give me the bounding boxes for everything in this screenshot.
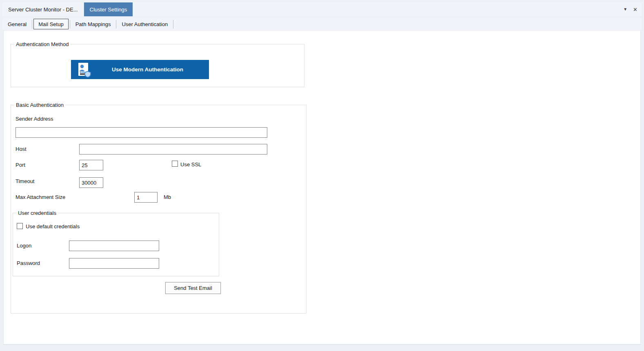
doc-tab-cluster-settings[interactable]: Cluster Settings [84, 2, 133, 16]
tab-separator [32, 20, 32, 29]
group-label: User credentials [16, 210, 58, 216]
max-attachment-size-input[interactable] [134, 192, 158, 203]
password-label: Password [17, 260, 40, 266]
use-ssl-checkbox[interactable] [172, 161, 178, 167]
mail-setup-panel: Authentication Method Use Modern Authent… [3, 30, 641, 344]
use-default-credentials-checkbox[interactable] [17, 223, 23, 229]
timeout-input[interactable] [79, 177, 103, 188]
group-label: Basic Authentication [14, 102, 65, 108]
button-label: Use Modern Authentication [92, 66, 209, 73]
settings-tabstrip: General Mail Setup Path Mappings User Au… [2, 18, 642, 30]
tab-general[interactable]: General [2, 18, 32, 30]
tabstrip-controls: ▼ ✕ [623, 2, 642, 16]
tab-user-authentication[interactable]: User Authentication [116, 18, 173, 30]
doc-tab-label: Cluster Settings [90, 7, 127, 13]
doc-tab-server-cluster-monitor[interactable]: Server Cluster Monitor - DE... [2, 2, 84, 16]
timeout-label: Timeout [16, 178, 34, 184]
send-test-email-button[interactable]: Send Test Email [165, 282, 221, 294]
doc-tab-label: Server Cluster Monitor - DE... [8, 7, 78, 13]
max-attachment-size-unit: Mb [164, 194, 171, 200]
host-label: Host [16, 146, 27, 152]
sender-address-input[interactable] [16, 127, 267, 138]
use-default-credentials-label: Use default credentials [26, 223, 80, 230]
sender-address-label: Sender Address [16, 116, 53, 122]
tab-path-mappings[interactable]: Path Mappings [70, 18, 116, 30]
authentication-method-group: Authentication Method Use Modern Authent… [11, 44, 304, 87]
port-input[interactable] [79, 160, 103, 170]
group-label: Authentication Method [14, 41, 70, 47]
close-icon[interactable]: ✕ [633, 7, 637, 12]
host-input[interactable] [79, 144, 267, 155]
tab-separator [173, 20, 173, 29]
basic-authentication-group: Basic Authentication Sender Address Host… [11, 105, 306, 313]
use-modern-authentication-button[interactable]: Use Modern Authentication [71, 60, 209, 79]
logon-input[interactable] [69, 241, 159, 251]
logon-label: Logon [17, 243, 31, 249]
user-credentials-group: User credentials Use default credentials… [13, 213, 219, 276]
id-badge-shield-icon [76, 62, 92, 78]
tab-mail-setup[interactable]: Mail Setup [33, 19, 68, 29]
chevron-down-icon[interactable]: ▼ [623, 7, 627, 11]
max-attachment-size-label: Max Attachment Size [16, 194, 65, 200]
use-ssl-label: Use SSL [180, 161, 201, 168]
password-input[interactable] [69, 258, 159, 269]
document-tabstrip: Server Cluster Monitor - DE... Cluster S… [2, 2, 642, 16]
port-label: Port [16, 162, 25, 168]
